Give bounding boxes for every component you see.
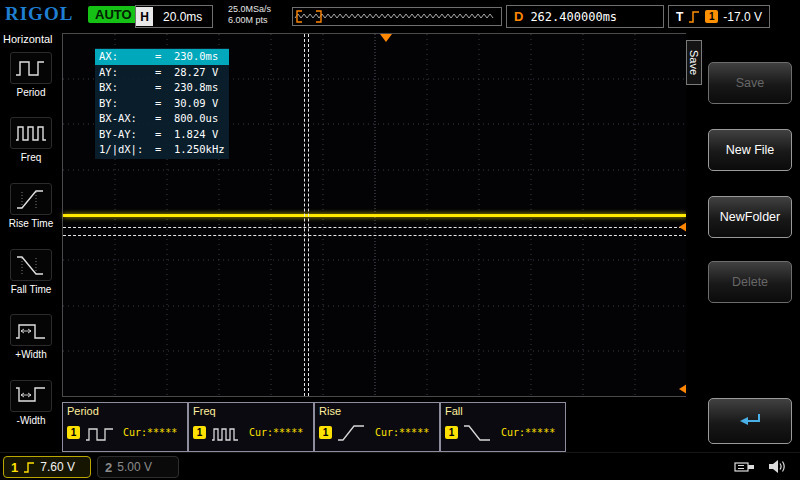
usb-icon — [734, 459, 756, 479]
period-icon — [84, 421, 116, 449]
sidebar-item-label: Fall Time — [11, 284, 52, 295]
trigger-info-box: T 1 -17.0 V — [668, 5, 770, 28]
cursor-row-by: BY:= 30.09 V — [95, 96, 229, 112]
enter-arrow-icon — [735, 408, 765, 434]
delay-value: 262.400000ms — [530, 10, 625, 24]
trigger-delay-box: D 262.400000ms — [506, 5, 664, 28]
graticule: AX:= 230.0ms AY:= 28.27 V BX:= 230.8ms B… — [62, 33, 688, 397]
cursor-bx-line[interactable] — [308, 34, 309, 396]
new-file-button[interactable]: New File — [708, 129, 792, 171]
menu-tab-save: Save — [686, 40, 702, 85]
trigger-level-value: -17.0 V — [723, 10, 762, 24]
trigger-position-marker[interactable] — [380, 34, 392, 42]
status-bar: 1 7.60 V 2 5.00 V — [0, 452, 800, 480]
top-bar: RIGOL AUTO H 20.0ms 25.0MSa/s 6.00M pts … — [0, 0, 800, 30]
soft-menu-panel: Save Save New File NewFolder Delete — [686, 30, 800, 452]
wave-preview-icon — [293, 9, 499, 24]
plus-width-icon — [10, 314, 52, 346]
channel2-number: 2 — [105, 460, 112, 475]
run-status-badge: AUTO — [88, 6, 139, 23]
horizontal-scale-box: H 20.0ms — [135, 5, 213, 28]
cursor-row-inv-dx: 1/|dX|:= 1.250kHz — [95, 142, 229, 158]
delay-label: D — [507, 9, 530, 24]
sidebar-item-label: Freq — [21, 152, 42, 163]
measurement-box-period: Period 1 Cur:***** Avg:***** Max:***** M… — [62, 402, 188, 452]
sidebar-item-rise-time[interactable]: Rise Time — [0, 183, 62, 229]
channel-badge: 1 — [319, 426, 332, 439]
sidebar-item-label: +Width — [15, 349, 46, 360]
channel-badge: 1 — [67, 426, 80, 439]
channel1-number: 1 — [11, 460, 18, 475]
oscilloscope-screen: RIGOL AUTO H 20.0ms 25.0MSa/s 6.00M pts … — [0, 0, 800, 480]
measurement-name: Freq — [193, 405, 216, 417]
cursor-row-by-ay: BY-AY:= 1.824 V — [95, 127, 229, 143]
freq-icon — [10, 117, 52, 149]
cursor-ax-line[interactable] — [304, 34, 305, 396]
sidebar-item-minus-width[interactable]: -Width — [0, 380, 62, 426]
measurement-name: Rise — [319, 405, 341, 417]
cursor-measurement-panel: AX:= 230.0ms AY:= 28.27 V BX:= 230.8ms B… — [95, 48, 229, 159]
period-icon — [10, 52, 52, 84]
measurement-box-fall: Fall 1 Cur:***** Avg:***** Max:***** Min… — [440, 402, 566, 452]
rise-time-icon — [336, 421, 368, 449]
measurement-name: Fall — [445, 405, 463, 417]
channel1-scale: 7.60 V — [40, 460, 75, 474]
acquisition-info: 25.0MSa/s 6.00M pts — [228, 4, 271, 26]
measurement-name: Period — [67, 405, 99, 417]
fall-time-icon — [10, 249, 52, 281]
rigol-logo: RIGOL — [5, 3, 73, 25]
cursor-row-ay: AY:= 28.27 V — [95, 65, 229, 81]
fall-time-icon — [462, 421, 494, 449]
trigger-source-badge: 1 — [705, 10, 718, 23]
channel2-scale: 5.00 V — [117, 460, 152, 474]
minus-width-icon — [10, 380, 52, 412]
back-button[interactable] — [708, 398, 792, 444]
measure-sidebar: Horizontal Period Freq Rise Time — [0, 30, 62, 452]
sidebar-item-label: Period — [17, 87, 46, 98]
channel-badge: 1 — [445, 426, 458, 439]
cursor-by-line[interactable] — [63, 227, 687, 228]
channel1-coupling-icon — [23, 461, 35, 474]
waveform-preview[interactable] — [292, 7, 502, 26]
trigger-label: T — [676, 10, 683, 24]
memory-depth: 6.00M pts — [228, 15, 271, 26]
save-button[interactable]: Save — [708, 62, 792, 104]
horizontal-scale-value: 20.0ms — [153, 10, 212, 24]
channel1-status[interactable]: 1 7.60 V — [3, 456, 91, 478]
sidebar-item-label: Rise Time — [9, 218, 53, 229]
sidebar-item-period[interactable]: Period — [0, 52, 62, 98]
cursor-ay-line[interactable] — [63, 235, 687, 236]
sample-rate: 25.0MSa/s — [228, 4, 271, 15]
sidebar-item-fall-time[interactable]: Fall Time — [0, 249, 62, 295]
delete-button[interactable]: Delete — [708, 261, 792, 303]
sidebar-title: Horizontal — [3, 33, 53, 45]
channel2-status[interactable]: 2 5.00 V — [97, 456, 179, 478]
trigger-slope-icon — [688, 10, 700, 24]
measurement-box-freq: Freq 1 Cur:***** Avg:***** Max:***** Min… — [188, 402, 314, 452]
freq-icon — [210, 421, 242, 449]
sidebar-item-plus-width[interactable]: +Width — [0, 314, 62, 360]
cursor-row-bx-ax: BX-AX:= 800.0us — [95, 111, 229, 127]
rise-time-icon — [10, 183, 52, 215]
cursor-row-bx: BX:= 230.8ms — [95, 80, 229, 96]
sidebar-item-label: -Width — [17, 415, 46, 426]
measurement-box-rise: Rise 1 Cur:***** Avg:***** Max:***** Min… — [314, 402, 440, 452]
horizontal-label: H — [136, 7, 153, 26]
new-folder-button[interactable]: NewFolder — [708, 196, 792, 238]
sidebar-item-freq[interactable]: Freq — [0, 117, 62, 163]
channel-badge: 1 — [193, 426, 206, 439]
speaker-icon — [768, 458, 786, 479]
cursor-row-ax: AX:= 230.0ms — [95, 49, 229, 65]
measurement-row: Period 1 Cur:***** Avg:***** Max:***** M… — [62, 400, 686, 452]
channel1-trace — [63, 214, 687, 217]
